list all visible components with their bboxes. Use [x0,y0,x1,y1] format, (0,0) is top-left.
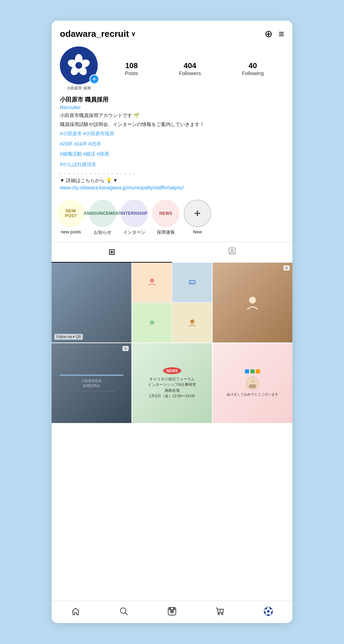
card-cell-2 [172,263,212,302]
highlight-circle-0: NEW POST [57,200,85,227]
multi-badge-3: ⊡ [283,265,290,271]
bio-divider: - - - - - - - - - - - - - - - - - - [60,171,284,176]
svg-point-6 [75,62,82,69]
svg-point-9 [150,278,154,283]
highlight-circle-3: NEWS [152,200,180,227]
avatar-label: 小田原市 採用 [60,86,98,91]
highlight-circle-1: ANNOUNCEMENT [89,200,116,227]
svg-point-17 [120,608,126,613]
svg-point-8 [231,249,233,251]
nav-profile[interactable] [264,606,273,616]
tagged-icon [228,247,236,257]
grid-item-4[interactable]: 小田原市役所採用説明会 ⊡ [52,343,131,423]
followers-label: Followers [179,70,201,76]
svg-rect-7 [229,248,235,254]
avatar-wrap: 小田原市 採用 + [60,46,98,91]
profile-category[interactable]: Recruiter [60,104,284,110]
card-cell-1 [132,263,172,302]
bottom-nav [52,601,292,623]
highlight-circle-4: + [184,200,211,227]
new-post-icon[interactable]: ⊕ [265,28,272,40]
highlights-row: NEW POSTnew postsANNOUNCEMENTお知らせINTERNS… [52,200,292,235]
highlight-label-3: 採用速報 [157,229,175,235]
highlight-item-3[interactable]: NEWS採用速報 [152,200,180,235]
photo-grid: Follow me✦ QR [52,263,292,423]
posts-count: 108 [125,61,138,70]
highlight-item-0[interactable]: NEW POSTnew posts [57,200,85,234]
tab-tagged[interactable] [172,242,292,263]
highlight-label-1: お知らせ [94,229,111,235]
bio-section: 小田原市 職員採用 Recruiter 小田原市職員採用アカウントです 🌱 職員… [52,94,292,194]
svg-point-33 [267,610,270,613]
header: odawara_recruit ∨ ⊕ ≡ [52,21,292,43]
svg-point-23 [170,608,171,609]
svg-point-26 [222,613,223,615]
followers-stat[interactable]: 404 Followers [179,61,201,76]
grid-item-1[interactable]: Follow me✦ QR [52,263,131,342]
bio-detail-label: ▼ 詳細はこちらから 💡 ▼ [60,178,284,184]
add-to-story-button[interactable]: + [89,74,99,84]
header-icons: ⊕ ≡ [265,28,284,40]
highlight-item-4[interactable]: +New [184,200,211,234]
highlight-label-4: New [193,229,202,234]
grid-item-2[interactable] [132,263,212,342]
following-count: 40 [249,61,257,70]
svg-line-18 [125,613,128,615]
menu-icon[interactable]: ≡ [279,29,284,40]
nav-search[interactable] [119,606,129,616]
highlight-item-1[interactable]: ANNOUNCEMENTお知らせ [89,200,116,235]
posts-stat: 108 Posts [125,61,138,76]
card-grid-2 [132,263,212,342]
svg-point-13 [249,297,256,304]
svg-rect-15 [249,384,256,388]
highlights-section: NEW POSTnew postsANNOUNCEMENTお知らせINTERNS… [52,194,292,238]
highlight-circle-2: INTERNSHIP [120,200,148,227]
nav-shop[interactable] [215,606,225,616]
bio-link[interactable]: www.city.odawara.kanagawa.jp/municipalit… [60,185,184,190]
following-stat[interactable]: 40 Following [242,61,264,76]
bio-line2: 職員採用試験や説明会、インターンの情報をご案内していきます！ [60,120,284,128]
nav-home[interactable] [71,606,80,616]
grid-item-6[interactable]: あけましておめでとうございます [213,343,292,423]
username-area[interactable]: odawara_recruit ∨ [60,29,136,39]
svg-point-12 [190,319,194,324]
tab-grid[interactable]: ⊞ [52,242,172,263]
grid-item-3[interactable]: ⊡ [213,263,292,342]
bio-line1: 小田原市職員採用アカウントです 🌱 [60,112,284,119]
grid-item-5[interactable]: NEWS キャリタス就活フォーラムインターンシップ&仕事研究湘南会場1月6日（金… [132,343,212,423]
multi-badge-4: ⊡ [122,346,129,351]
bio-tags-1: #小田原市 #小田原市役所 [60,130,284,138]
tabs-section: ⊞ [52,242,292,263]
grid-icon: ⊞ [108,247,115,257]
nav-reels[interactable] [167,606,177,616]
grid-content-1: Follow me✦ QR [52,263,131,342]
avatar-logo [65,52,93,79]
stats-row: 108 Posts 404 Followers 40 Following [105,61,284,76]
profile-name: 小田原市 職員採用 [60,96,284,104]
card-cell-4 [172,303,212,342]
highlight-label-2: インターン [123,229,146,235]
svg-point-21 [171,611,173,612]
phone-container: odawara_recruit ∨ ⊕ ≡ [52,21,292,623]
card-cell-3 [132,303,172,342]
chevron-down-icon: ∨ [131,30,136,38]
username-text: odawara_recruit [60,29,129,39]
following-label: Following [242,70,264,76]
highlight-item-2[interactable]: INTERNSHIPインターン [120,200,148,235]
grid-content-3: ⊡ [213,263,292,342]
svg-point-24 [174,608,175,609]
svg-point-25 [218,613,219,615]
bio-tags-2: #23卒 #24卒 #25卒 [60,140,284,148]
bio-tags-3: #就職活動 #就活 #採用 [60,150,284,158]
highlight-label-0: new posts [61,229,81,234]
bio-tags-4: #がんばれ就活生 [60,160,284,169]
followers-count: 404 [184,61,196,70]
posts-label: Posts [125,70,138,76]
grid-content-4: 小田原市役所採用説明会 ⊡ [52,343,131,423]
profile-section: 小田原市 採用 + 108 Posts 404 Followers 40 Fol… [52,43,292,94]
